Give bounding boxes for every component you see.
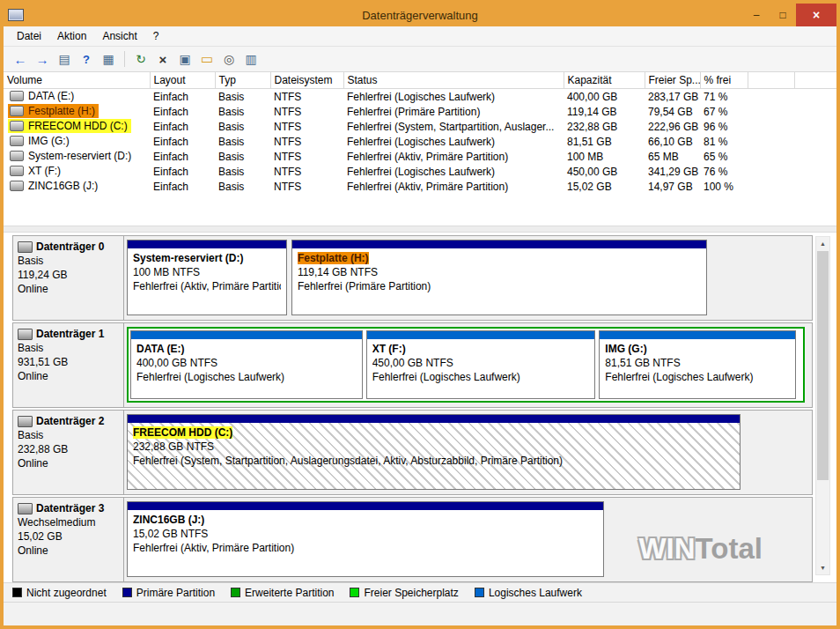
back-icon[interactable]: ← [11, 49, 30, 69]
disk-status: Online [18, 456, 122, 470]
partition-freecom-c[interactable]: FREECOM HDD (C:) 232,88 GB NTFS Fehlerfr… [127, 414, 741, 490]
close-button[interactable]: × [796, 4, 836, 26]
partition-status: Fehlerfrei (System, Startpartition, Ausl… [133, 454, 734, 468]
col-kapazitaet[interactable]: Kapazität [564, 72, 645, 89]
disk-name: Datenträger 2 [36, 414, 104, 428]
export-list-icon[interactable]: ▦ [99, 49, 118, 69]
partition-name: IMG (G:) [605, 342, 790, 356]
menu-hilfe[interactable]: ? [145, 28, 167, 44]
help-icon[interactable]: ? [77, 49, 96, 69]
disk-icon [18, 416, 33, 427]
volume-name: Festplatte (H:) [28, 105, 95, 117]
forward-icon[interactable]: → [33, 49, 52, 69]
partition-zinc16gb-j[interactable]: ZINC16GB (J:) 15,02 GB NTFS Fehlerfrei (… [127, 501, 604, 577]
window-controls: – □ × [743, 4, 836, 26]
primary-partition-strip [128, 240, 286, 248]
menu-datei[interactable]: Datei [9, 28, 49, 44]
primary-partition-strip [292, 240, 706, 248]
volume-row-system-reserviert-d[interactable]: System-reserviert (D:) Einfach Basis NTF… [4, 149, 836, 164]
partition-size: 15,02 GB NTFS [133, 527, 598, 541]
volume-row-zinc16gb-j[interactable]: ZINC16GB (J:) Einfach Basis NTFS Fehlerf… [4, 179, 836, 194]
drive-icon [10, 106, 24, 116]
disk-2-label[interactable]: Datenträger 2 Basis 232,88 GB Online [13, 411, 124, 494]
scroll-thumb[interactable] [817, 251, 829, 480]
titlebar[interactable]: Datenträgerverwaltung – □ × [4, 4, 836, 26]
disk-name: Datenträger 1 [36, 327, 104, 341]
partition-data-e[interactable]: DATA (E:) 400,00 GB NTFS Fehlerfrei (Log… [130, 330, 363, 399]
disk-icon [18, 329, 33, 340]
partition-status: Fehlerfrei (Aktiv, Primäre Partition) [133, 279, 281, 293]
open-folder-icon[interactable]: ▭ [197, 49, 217, 69]
drive-icon [10, 136, 24, 146]
primary-partition-strip [128, 415, 740, 423]
partition-name: FREECOM HDD (C:) [133, 426, 232, 439]
partition-size: 232,88 GB NTFS [133, 440, 734, 454]
col-prozent-frei[interactable]: % frei [700, 72, 748, 89]
partition-system-reserviert[interactable]: System-reserviert (D:) 100 MB NTFS Fehle… [127, 240, 287, 315]
console-tree-icon[interactable]: ▤ [55, 49, 74, 69]
col-volume[interactable]: Volume [4, 72, 150, 89]
disk-row-0: Datenträger 0 Basis 119,24 GB Online Sys… [12, 235, 813, 321]
col-dateisystem[interactable]: Dateisystem [270, 72, 343, 89]
disk-type: Basis [18, 341, 122, 355]
disk-size: 15,02 GB [18, 529, 122, 544]
views-icon[interactable]: ▥ [241, 49, 261, 69]
volume-row-data-e[interactable]: DATA (E:) Einfach Basis NTFS Fehlerfrei … [4, 89, 836, 105]
menu-aktion[interactable]: Aktion [49, 28, 94, 44]
partition-name: XT (F:) [372, 342, 590, 356]
partition-status: Fehlerfrei (Aktiv, Primäre Partition) [133, 541, 598, 555]
table-header-row: Volume Layout Typ Dateisystem Status Kap… [4, 72, 836, 89]
legend-swatch-extended [231, 588, 240, 597]
volume-name: DATA (E:) [28, 90, 74, 102]
disk-size: 119,24 GB [18, 268, 122, 282]
volume-row-img-g[interactable]: IMG (G:) Einfach Basis NTFS Fehlerfrei (… [4, 134, 836, 149]
partition-img-g[interactable]: IMG (G:) 81,51 GB NTFS Fehlerfrei (Logis… [599, 330, 796, 399]
statusbar [4, 602, 836, 625]
watermark-win: WIN [638, 532, 695, 565]
legend-item-extended: Erweiterte Partition [231, 587, 334, 599]
volume-list-pane: Volume Layout Typ Dateisystem Status Kap… [4, 72, 836, 226]
col-typ[interactable]: Typ [215, 72, 270, 89]
legend-label: Primäre Partition [136, 587, 215, 599]
disk-0-label[interactable]: Datenträger 0 Basis 119,24 GB Online [13, 236, 124, 320]
disk-status: Online [18, 544, 122, 558]
menu-ansicht[interactable]: Ansicht [94, 28, 144, 44]
volume-row-festplatte-h[interactable]: Festplatte (H:) Einfach Basis NTFS Fehle… [4, 104, 836, 119]
disk-type: Wechselmedium [18, 515, 122, 529]
minimize-button[interactable]: – [743, 4, 770, 26]
disk-status: Online [18, 282, 122, 296]
legend-bar: Nicht zugeordnet Primäre Partition Erwei… [4, 582, 836, 602]
disk-1-graph: DATA (E:) 400,00 GB NTFS Fehlerfrei (Log… [124, 323, 812, 407]
legend-swatch-primary [122, 588, 132, 597]
volume-row-xt-f[interactable]: XT (F:) Einfach Basis NTFS Fehlerfrei (L… [4, 164, 836, 179]
partition-xt-f[interactable]: XT (F:) 450,00 GB NTFS Fehlerfrei (Logis… [366, 330, 596, 399]
window-title: Datenträgerverwaltung [4, 9, 836, 22]
legend-item-free: Freier Speicherplatz [350, 587, 458, 599]
disk-name: Datenträger 0 [36, 240, 104, 254]
col-layout[interactable]: Layout [150, 72, 215, 89]
volume-row-freecom-c[interactable]: FREECOM HDD (C:) Einfach Basis NTFS Fehl… [4, 119, 836, 134]
partition-name: ZINC16GB (J:) [133, 513, 598, 527]
disk-3-label[interactable]: Datenträger 3 Wechselmedium 15,02 GB Onl… [13, 498, 124, 581]
scroll-up-icon[interactable]: ▲ [816, 237, 829, 250]
col-freier-speicher[interactable]: Freier Sp... [645, 72, 700, 89]
scroll-down-icon[interactable]: ▼ [816, 561, 829, 574]
search-icon[interactable]: ◎ [219, 49, 239, 69]
maximize-button[interactable]: □ [770, 4, 796, 26]
col-status[interactable]: Status [343, 72, 564, 89]
primary-partition-strip [128, 502, 603, 510]
refresh-icon[interactable]: ↻ [131, 49, 151, 69]
vertical-scrollbar[interactable]: ▲ ▼ [815, 236, 830, 575]
delete-icon[interactable]: × [153, 49, 173, 69]
disk-icon [18, 241, 33, 253]
watermark-total: Total [696, 532, 763, 565]
splitter[interactable] [4, 226, 836, 233]
legend-swatch-logical [475, 588, 484, 597]
partition-festplatte-h[interactable]: Festplatte (H:) 119,14 GB NTFS Fehlerfre… [291, 240, 707, 315]
disk-1-label[interactable]: Datenträger 1 Basis 931,51 GB Online [13, 323, 124, 407]
col-filler [794, 72, 836, 89]
highlight-yellow: FREECOM HDD (C:) [8, 119, 131, 133]
watermark: WINTotal [638, 532, 763, 566]
properties-icon[interactable]: ▣ [175, 49, 195, 69]
disk-row-1: Datenträger 1 Basis 931,51 GB Online DAT… [12, 322, 813, 408]
